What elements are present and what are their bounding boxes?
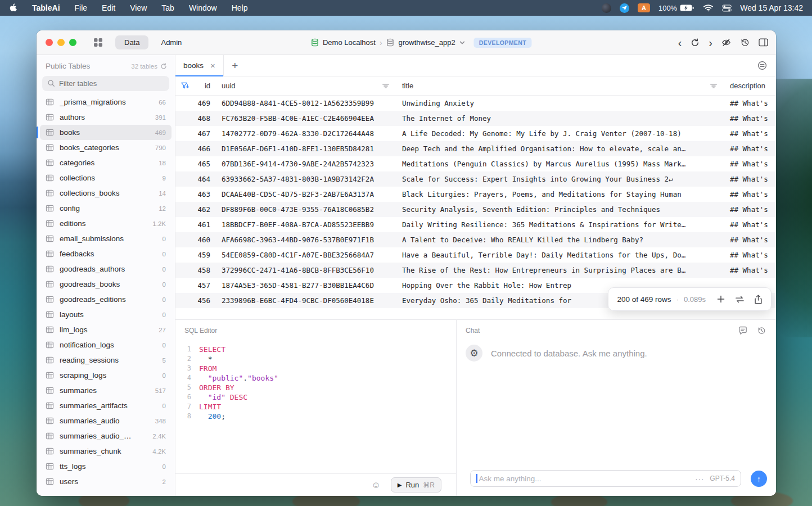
- cell-id[interactable]: 459: [195, 251, 214, 259]
- cell-title[interactable]: A Life Decoded: My Genome: My Life by J.…: [396, 129, 724, 138]
- sidebar-item-goodreads_books[interactable]: goodreads_books0: [40, 277, 172, 292]
- cell-title[interactable]: The Internet of Money: [396, 114, 724, 123]
- sidebar-item-scraping_logs[interactable]: scraping_logs0: [40, 368, 172, 383]
- cell-description[interactable]: ## What's: [724, 99, 776, 107]
- cell-title[interactable]: Have a Beautiful, Terrible Day!: Daily M…: [396, 251, 724, 259]
- control-center-icon[interactable]: [722, 4, 732, 12]
- cell-uuid[interactable]: 1874A5E3-365D-4581-B277-B30BB1EA4C6D: [214, 281, 396, 290]
- sidebar-item-summaries_audio_[interactable]: summaries_audio_…2.4K: [40, 428, 172, 444]
- sidebar-item-editions[interactable]: editions1.2K: [40, 216, 172, 231]
- app-badge-a[interactable]: A: [638, 3, 650, 12]
- chat-history-icon[interactable]: [757, 326, 766, 335]
- export-share-button[interactable]: [754, 295, 763, 304]
- sidebar-item-feedbacks[interactable]: feedbacks0: [40, 246, 172, 261]
- sidebar-item-summaries[interactable]: summaries517: [40, 383, 172, 398]
- cell-description[interactable]: ## What's: [724, 266, 776, 274]
- send-button[interactable]: ↑: [751, 471, 767, 487]
- cell-id[interactable]: 458: [195, 266, 214, 274]
- sidebar-item-reading_sessions[interactable]: reading_sessions5: [40, 353, 172, 368]
- sidebar-item-summaries_chunk[interactable]: summaries_chunk4.2K: [40, 444, 172, 459]
- menu-window[interactable]: Window: [189, 3, 217, 12]
- column-header-description[interactable]: description: [724, 82, 776, 90]
- breadcrumb-database[interactable]: growthwise_app2: [399, 38, 455, 47]
- filter-tables-input[interactable]: [42, 76, 169, 91]
- cell-uuid[interactable]: 14702772-0D79-462A-8330-D2C172644A48: [214, 129, 396, 138]
- table-row[interactable]: 460AFA6698C-3963-44BD-9076-537B0E971F1BA…: [175, 232, 776, 247]
- table-row[interactable]: 458372996CC-2471-41A6-8BCB-8FFB3CE56F10T…: [175, 263, 776, 278]
- run-query-button[interactable]: ▶ Run ⌘R: [391, 477, 441, 493]
- zoom-button[interactable]: [69, 39, 76, 46]
- cell-uuid[interactable]: DF889F6B-00C0-473E-9355-76A18C0685B2: [214, 205, 396, 214]
- menu-edit[interactable]: Edit: [102, 3, 115, 12]
- cell-uuid[interactable]: 18BBDCF7-B0EF-408A-B7CA-AD85523EEBB9: [214, 220, 396, 229]
- menubar-extra-icon[interactable]: [602, 3, 611, 13]
- cell-title[interactable]: Black Liturgies: Prayers, Poems, and Med…: [396, 190, 724, 198]
- cell-id[interactable]: 461: [195, 220, 214, 229]
- chevron-down-icon[interactable]: [459, 40, 466, 45]
- sidebar-item-notification_logs[interactable]: notification_logs0: [40, 337, 172, 353]
- sidebar-item-layouts[interactable]: layouts0: [40, 307, 172, 322]
- model-selector[interactable]: GPT-5.4: [710, 475, 735, 482]
- table-row[interactable]: 4696DD94B88-A841-4CE5-8012-1A5623359B99U…: [175, 96, 776, 111]
- cell-description[interactable]: ## What's: [724, 190, 776, 198]
- table-row[interactable]: 46714702772-0D79-462A-8330-D2C172644A48A…: [175, 126, 776, 141]
- table-row[interactable]: 45954EE0859-C80D-4C1F-A07E-BBE3256684A7H…: [175, 247, 776, 263]
- new-tab-button[interactable]: +: [224, 55, 246, 76]
- cell-uuid[interactable]: 6DD94B88-A841-4CE5-8012-1A5623359B99: [214, 99, 396, 107]
- cell-description[interactable]: ## What's: [724, 160, 776, 168]
- close-button[interactable]: [46, 39, 53, 46]
- chat-input-bar[interactable]: ··· GPT-5.4: [470, 470, 741, 487]
- refresh-tables-icon[interactable]: [160, 63, 167, 70]
- cell-uuid[interactable]: DCAAE40B-CD5C-4D75-B2F3-2AB7E6A3137A: [214, 190, 396, 198]
- sort-filter-icon[interactable]: [175, 82, 195, 90]
- menu-help[interactable]: Help: [232, 3, 248, 12]
- nav-tab-data[interactable]: Data: [115, 35, 148, 49]
- menubar-clock[interactable]: Wed 15 Apr 13:42: [740, 3, 803, 12]
- apple-icon[interactable]: [9, 3, 17, 13]
- column-header-id[interactable]: id: [195, 82, 214, 90]
- cell-uuid[interactable]: AFA6698C-3963-44BD-9076-537B0E971F1B: [214, 236, 396, 244]
- cell-id[interactable]: 469: [195, 99, 214, 107]
- sidebar-item-email_submissions[interactable]: email_submissions0: [40, 231, 172, 246]
- breadcrumb-server[interactable]: Demo Localhost: [323, 38, 376, 47]
- table-row[interactable]: 46463933662-5A37-4831-803B-1A9B73142F2AS…: [175, 171, 776, 187]
- cell-uuid[interactable]: 54EE0859-C80D-4C1F-A07E-BBE3256684A7: [214, 251, 396, 259]
- eye-off-button[interactable]: [721, 38, 731, 47]
- cell-uuid[interactable]: 63933662-5A37-4831-803B-1A9B73142F2A: [214, 175, 396, 183]
- cell-uuid[interactable]: 07BD136E-9414-4730-9ABE-24A2B5742323: [214, 160, 396, 168]
- cell-id[interactable]: 467: [195, 129, 214, 138]
- forward-button[interactable]: ›: [709, 37, 712, 48]
- tab-books[interactable]: books ×: [175, 55, 224, 76]
- cell-description[interactable]: ## What's: [724, 129, 776, 138]
- filter-icon[interactable]: [382, 82, 390, 90]
- cell-title[interactable]: The Rise of the Rest: How Entrepreneurs …: [396, 266, 724, 274]
- sql-code-area[interactable]: 1SELECT2 *3FROM4 "public"."books"5ORDER …: [175, 345, 456, 421]
- minimize-button[interactable]: [57, 39, 65, 46]
- refresh-rows-button[interactable]: [735, 295, 745, 304]
- cell-title[interactable]: Daily Writing Resilience: 365 Meditation…: [396, 220, 724, 229]
- sidebar-item-books_categories[interactable]: books_categories790: [40, 140, 172, 155]
- chat-more-button[interactable]: ···: [695, 475, 704, 483]
- wifi-icon[interactable]: [703, 4, 714, 12]
- sidebar-item-_prisma_migrations[interactable]: _prisma_migrations66: [40, 94, 172, 110]
- paper-plane-icon[interactable]: [620, 3, 629, 13]
- cell-title[interactable]: Security Analysis, Seventh Edition: Prin…: [396, 205, 724, 214]
- sidebar-item-users[interactable]: users2: [40, 474, 172, 489]
- sidebar-item-summaries_artifacts[interactable]: summaries_artifacts0: [40, 398, 172, 413]
- sidebar-item-collections[interactable]: collections9: [40, 170, 172, 186]
- cell-description[interactable]: ## What's: [724, 205, 776, 214]
- cell-description[interactable]: ## What's: [724, 114, 776, 123]
- battery-indicator[interactable]: 100%: [658, 4, 694, 12]
- emoji-button[interactable]: ☺: [371, 481, 380, 490]
- cell-description[interactable]: ## What's: [724, 251, 776, 259]
- table-row[interactable]: 468FC763B20-F5BB-4C0E-A1EC-C2E466904EEAT…: [175, 111, 776, 126]
- menu-file[interactable]: File: [75, 3, 88, 12]
- table-row[interactable]: 463DCAAE40B-CD5C-4D75-B2F3-2AB7E6A3137AB…: [175, 187, 776, 202]
- table-row[interactable]: 466D1E056AF-D6F1-410D-8FE1-130EB5D84281D…: [175, 141, 776, 156]
- cell-uuid[interactable]: FC763B20-F5BB-4C0E-A1EC-C2E466904EEA: [214, 114, 396, 123]
- cell-id[interactable]: 466: [195, 144, 214, 153]
- cell-uuid[interactable]: 372996CC-2471-41A6-8BCB-8FFB3CE56F10: [214, 266, 396, 274]
- chat-feedback-icon[interactable]: [738, 326, 747, 335]
- add-row-button[interactable]: [716, 295, 725, 304]
- sidebar-item-categories[interactable]: categories18: [40, 155, 172, 170]
